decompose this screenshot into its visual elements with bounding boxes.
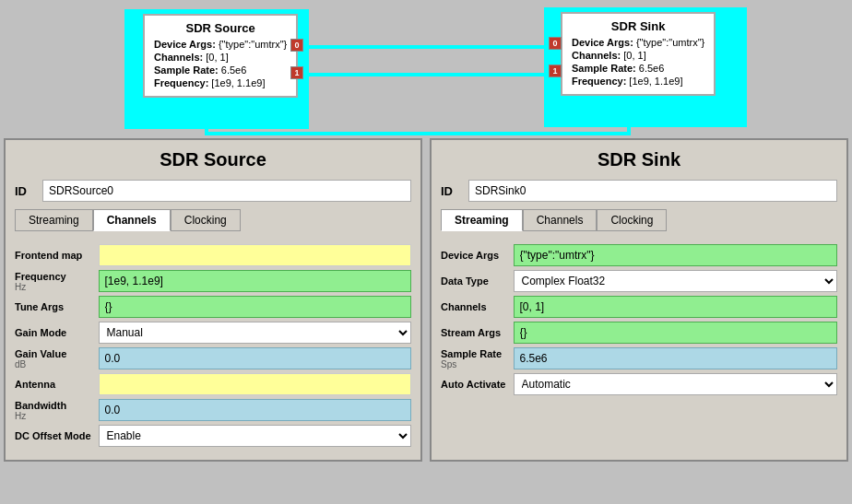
sdr-sink-panel: SDR Sink ID Streaming Channels Clocking …: [430, 138, 848, 462]
sdr-sink-node-title: SDR Sink: [572, 19, 704, 33]
label-auto-activate: Auto Activate: [441, 373, 514, 395]
diagram-area: SDR Source Device Args: {"type":"umtrx"}…: [0, 0, 852, 138]
field-sample-rate: Sample RateSps: [441, 347, 837, 369]
tab-clocking-sink[interactable]: Clocking: [597, 209, 667, 231]
field-gain-value: Gain ValuedB: [15, 347, 411, 369]
value-channels: [514, 296, 838, 318]
sdr-sink-row-0: Device Args: {"type":"umtrx"}: [572, 37, 704, 48]
value-sample-rate: [514, 347, 838, 369]
sdr-source-panel: SDR Source ID Streaming Channels Clockin…: [4, 138, 422, 462]
tab-channels-source[interactable]: Channels: [93, 209, 171, 231]
input-tune-args[interactable]: [99, 296, 412, 318]
sdr-source-id-label: ID: [15, 184, 33, 198]
label-gain-value: Gain ValuedB: [15, 347, 99, 369]
value-device-args: [514, 244, 838, 266]
label-sample-rate: Sample RateSps: [441, 347, 514, 369]
value-data-type: Complex Float32 Float32: [514, 270, 838, 292]
value-auto-activate: Automatic Manual: [514, 373, 838, 395]
sdr-sink-row-2: Sample Rate: 6.5e6: [572, 63, 704, 74]
label-gain-mode: Gain Mode: [15, 322, 99, 344]
sdr-sink-port-0[interactable]: 0: [549, 37, 562, 50]
field-bandwidth: BandwidthHz: [15, 399, 411, 421]
sdr-sink-form: Device Args Data Type Complex Float32 Fl…: [441, 240, 837, 399]
field-gain-mode: Gain Mode Manual Auto: [15, 322, 411, 344]
sdr-source-port-1[interactable]: 1: [290, 66, 303, 79]
field-data-type: Data Type Complex Float32 Float32: [441, 270, 837, 292]
sdr-source-row-3: Frequency: [1e9, 1.1e9]: [154, 77, 287, 88]
tab-streaming-sink[interactable]: Streaming: [441, 209, 523, 231]
input-stream-args[interactable]: [514, 322, 838, 344]
sdr-source-id-input[interactable]: [42, 180, 411, 202]
select-gain-mode[interactable]: Manual Auto: [99, 322, 412, 344]
input-antenna[interactable]: [99, 373, 412, 395]
sdr-source-row-0: Device Args: {"type":"umtrx"}: [154, 39, 287, 50]
sdr-sink-id-input[interactable]: [468, 180, 837, 202]
field-stream-args: Stream Args: [441, 322, 837, 344]
value-dc-offset-mode: Enable Disable: [99, 425, 412, 447]
value-bandwidth: [99, 399, 412, 421]
field-dc-offset-mode: DC Offset Mode Enable Disable: [15, 425, 411, 447]
value-gain-mode: Manual Auto: [99, 322, 412, 344]
label-tune-args: Tune Args: [15, 296, 99, 318]
field-tune-args: Tune Args: [15, 296, 411, 318]
tab-streaming-source[interactable]: Streaming: [15, 209, 93, 231]
input-bandwidth[interactable]: [99, 399, 412, 421]
input-frequency[interactable]: [99, 270, 412, 292]
label-data-type: Data Type: [441, 270, 514, 292]
value-tune-args: [99, 296, 412, 318]
select-data-type[interactable]: Complex Float32 Float32: [514, 270, 838, 292]
sdr-sink-row-1: Channels: [0, 1]: [572, 50, 704, 61]
input-frontend-map[interactable]: [99, 244, 412, 266]
sdr-sink-id-label: ID: [441, 184, 459, 198]
sdr-sink-port-1[interactable]: 1: [549, 64, 562, 77]
sdr-source-row-1: Channels: [0, 1]: [154, 52, 287, 63]
input-gain-value[interactable]: [99, 347, 412, 369]
label-dc-offset-mode: DC Offset Mode: [15, 425, 99, 447]
label-frequency: FrequencyHz: [15, 270, 99, 292]
label-bandwidth: BandwidthHz: [15, 399, 99, 421]
select-auto-activate[interactable]: Automatic Manual: [514, 373, 838, 395]
label-channels: Channels: [441, 296, 514, 318]
sdr-sink-id-row: ID: [441, 180, 837, 202]
field-frequency: FrequencyHz: [15, 270, 411, 292]
tab-clocking-source[interactable]: Clocking: [171, 209, 241, 231]
sdr-source-id-row: ID: [15, 180, 411, 202]
value-frontend-map: [99, 244, 412, 266]
panels-area: SDR Source ID Streaming Channels Clockin…: [0, 138, 852, 465]
tab-channels-sink[interactable]: Channels: [523, 209, 598, 231]
sdr-source-row-2: Sample Rate: 6.5e6: [154, 64, 287, 76]
sdr-source-tabs: Streaming Channels Clocking: [15, 209, 411, 231]
sdr-source-node-title: SDR Source: [154, 21, 287, 35]
value-frequency: [99, 270, 412, 292]
input-sample-rate[interactable]: [514, 347, 838, 369]
label-antenna: Antenna: [15, 373, 99, 395]
sdr-sink-row-3: Frequency: [1e9, 1.1e9]: [572, 76, 704, 87]
sdr-source-form: Frontend map FrequencyHz Tune Args Gain …: [15, 240, 411, 451]
label-frontend-map: Frontend map: [15, 244, 99, 266]
field-auto-activate: Auto Activate Automatic Manual: [441, 373, 837, 395]
value-stream-args: [514, 322, 838, 344]
sdr-sink-panel-title: SDR Sink: [441, 149, 837, 170]
input-device-args[interactable]: [514, 244, 838, 266]
field-frontend-map: Frontend map: [15, 244, 411, 266]
sdr-sink-node: SDR Sink Device Args: {"type":"umtrx"} C…: [561, 12, 716, 96]
field-device-args: Device Args: [441, 244, 837, 266]
value-antenna: [99, 373, 412, 395]
sdr-source-node: SDR Source Device Args: {"type":"umtrx"}…: [143, 14, 298, 98]
label-device-args: Device Args: [441, 244, 514, 266]
field-antenna: Antenna: [15, 373, 411, 395]
sdr-source-panel-title: SDR Source: [15, 149, 411, 170]
select-dc-offset-mode[interactable]: Enable Disable: [99, 425, 412, 447]
field-channels: Channels: [441, 296, 837, 318]
input-channels[interactable]: [514, 296, 838, 318]
sdr-sink-tabs: Streaming Channels Clocking: [441, 209, 837, 231]
value-gain-value: [99, 347, 412, 369]
label-stream-args: Stream Args: [441, 322, 514, 344]
sdr-source-port-0[interactable]: 0: [290, 39, 303, 52]
